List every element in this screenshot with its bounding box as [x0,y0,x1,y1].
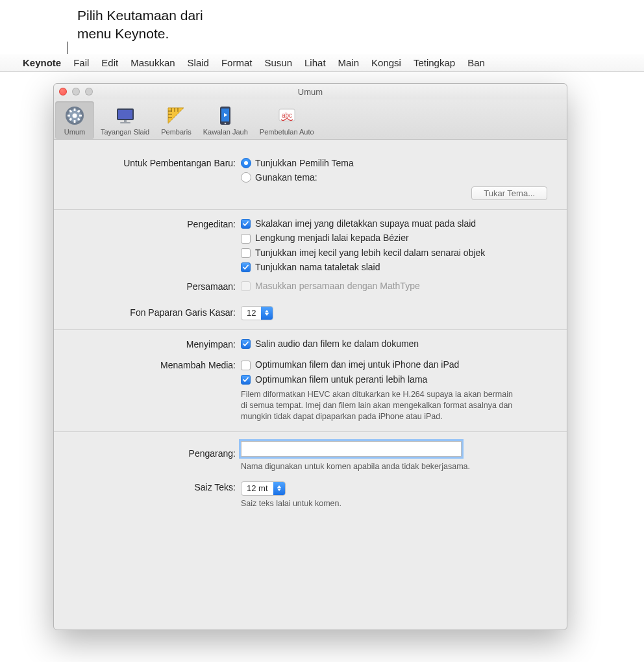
label-pengeditan: Pengeditan: [71,219,241,229]
checkbox-mathtype: Masukkan persamaan dengan MathType [241,281,550,291]
preferences-toolbar: Umum Tayangan Slaid [54,99,567,140]
checkbox-optimize-older-label: Optimumkan filem untuk peranti lebih lam… [255,375,427,385]
menu-format[interactable]: Format [221,57,253,68]
label-menyimpan: Menyimpan: [71,339,241,350]
svg-text:abc: abc [282,112,292,119]
radio-show-theme-picker-label: Tunjukkan Pemilih Tema [255,159,354,168]
checkbox-copy-media-label: Salin audio dan filem ke dalam dokumen [255,339,419,349]
change-theme-button[interactable]: Tukar Tema... [471,186,547,200]
checkbox-optimize-iphone[interactable]: Optimumkan filem dan imej untuk iPhone d… [241,360,550,370]
checkbox-show-layout-label: Tunjukkan nama tataletak slaid [255,262,380,272]
label-fon-paparan: Fon Paparan Garis Kasar: [71,307,241,318]
svg-rect-4 [74,120,76,123]
popup-arrows-icon [261,307,273,320]
svg-point-2 [73,114,77,118]
checkbox-show-layout-names[interactable]: Tunjukkan nama tataletak slaid [241,262,550,272]
checkbox-scale-images[interactable]: Skalakan imej yang diletakkan supaya mua… [241,219,550,229]
ruler-icon [166,105,186,126]
checkbox-copy-media[interactable]: Salin audio dan filem ke dalam dokumen [241,339,550,349]
checkbox-optimize-older[interactable]: Optimumkan filem untuk peranti lebih lam… [241,375,550,385]
menu-masukkan[interactable]: Masukkan [130,57,175,68]
menu-main[interactable]: Main [338,57,360,68]
tab-tayangan-label: Tayangan Slaid [101,128,149,136]
window-titlebar: Umum [54,84,567,99]
zoom-button[interactable] [85,88,93,95]
minimize-button[interactable] [72,88,80,95]
divider [54,431,567,432]
menu-kongsi[interactable]: Kongsi [371,57,401,68]
window-title: Umum [54,87,567,97]
radio-indicator-icon [241,172,251,183]
author-field[interactable] [241,441,462,457]
text-size-value: 12 mt [242,483,273,493]
svg-rect-5 [68,115,70,117]
tab-tayangan-slaid[interactable]: Tayangan Slaid [95,101,155,139]
tab-kawalan-label: Kawalan Jauh [203,128,248,136]
remote-icon [215,105,236,126]
svg-rect-14 [120,122,130,123]
menu-lihat[interactable]: Lihat [304,57,326,68]
outline-font-size-value: 12 [242,308,261,318]
menu-tetingkap[interactable]: Tetingkap [414,57,455,68]
tab-umum-label: Umum [64,128,85,136]
label-persamaan: Persamaan: [71,281,241,292]
label-pembentangan-baru: Untuk Pembentangan Baru: [71,158,241,168]
label-pengarang: Pengarang: [71,448,241,459]
help-optimize: Filem diformatkan HEVC akan ditukarkan k… [241,389,520,422]
preferences-content: Untuk Pembentangan Baru: Tunjukkan Pemil… [54,140,567,630]
app-menu[interactable]: Keynote [23,57,61,68]
checkbox-small-thumbs-label: Tunjukkan imej kecil yang lebih kecil da… [255,248,485,258]
help-text-size: Saiz teks lalai untuk komen. [241,498,550,509]
svg-rect-12 [118,110,132,119]
tab-pembaris[interactable]: Pembaris [156,101,196,139]
radio-show-theme-picker[interactable]: Tunjukkan Pemilih Tema [241,158,550,168]
outline-font-size-popup[interactable]: 12 [241,306,273,320]
tab-umum[interactable]: Umum [55,101,94,139]
divider [54,209,567,210]
label-menambah-media: Menambah Media: [71,360,241,370]
traffic-lights [59,88,93,95]
text-size-popup[interactable]: 12 mt [241,481,286,496]
radio-indicator-icon [241,158,251,168]
checkbox-curves-bezier[interactable]: Lengkung menjadi lalai kepada Bézier [241,233,550,243]
autocorrect-icon: abc [277,105,297,126]
menu-fail[interactable]: Fail [73,57,89,68]
close-button[interactable] [59,88,67,95]
menu-susun[interactable]: Susun [264,57,292,68]
svg-rect-13 [124,120,127,122]
menu-edit[interactable]: Edit [101,57,118,68]
callout-line1: Pilih Keutamaan dari [77,6,203,25]
divider [54,329,567,330]
tab-pembaris-label: Pembaris [161,128,191,136]
slideshow-icon [115,105,136,126]
radio-use-theme-label: Gunakan tema: [255,173,317,182]
checkbox-curves-bezier-label: Lengkung menjadi lalai kepada Bézier [255,233,409,243]
tab-kawalan-jauh[interactable]: Kawalan Jauh [198,101,253,139]
help-author: Nama digunakan untuk komen apabila anda … [241,461,550,472]
gear-icon [64,105,85,126]
callout-line2: menu Keynote. [77,25,203,43]
checkbox-mathtype-label: Masukkan persamaan dengan MathType [255,281,420,291]
label-saiz-teks: Saiz Teks: [71,482,241,492]
menu-slaid[interactable]: Slaid [188,57,209,68]
menu-bantuan[interactable]: Ban [467,57,485,68]
tab-pembetulan-label: Pembetulan Auto [260,128,314,136]
radio-use-theme[interactable]: Gunakan tema: [241,172,550,183]
tab-pembetulan-auto[interactable]: abc Pembetulan Auto [254,101,319,139]
svg-marker-15 [168,108,184,123]
checkbox-optimize-iphone-label: Optimumkan filem dan imej untuk iPhone d… [255,360,459,370]
popup-arrows-icon [273,482,285,495]
menubar: Keynote Fail Edit Masukkan Slaid Format … [0,54,644,72]
checkbox-scale-images-label: Skalakan imej yang diletakkan supaya mua… [255,219,476,229]
svg-rect-6 [79,115,82,117]
svg-point-25 [225,123,227,125]
checkbox-small-thumbs[interactable]: Tunjukkan imej kecil yang lebih kecil da… [241,248,550,258]
preferences-window: Umum [53,83,567,630]
callout-text: Pilih Keutamaan dari menu Keynote. [77,6,203,44]
svg-rect-3 [74,108,76,111]
